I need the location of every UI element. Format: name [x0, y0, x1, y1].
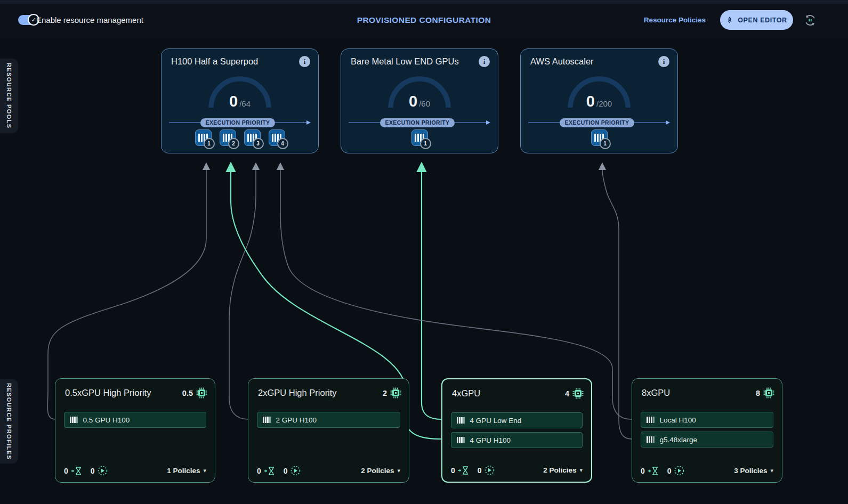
profile-stats: 0 0	[641, 466, 684, 476]
pool-capacity: /200	[596, 99, 612, 108]
execution-priority-row: EXECUTION PRIORITY	[169, 117, 311, 128]
policies-label: 2 Policies	[361, 467, 394, 475]
sidebar-tab-resource-pools[interactable]: RESOURCE POOLS	[0, 59, 18, 133]
policies-label: 3 Policies	[734, 467, 767, 475]
sync-pause-icon[interactable]	[803, 13, 817, 27]
priority-line	[275, 122, 306, 123]
play-dotted-circle-icon	[98, 466, 108, 476]
resource-profile-card[interactable]: 4xGPU 4 4 GPU Low End 4 GPU H100	[441, 378, 592, 483]
pool-title: Bare Metal Low END GPUs	[351, 56, 459, 67]
gpu-slot-icon[interactable]: 2	[220, 129, 236, 146]
top-bar: ✓ Enable resource management PROVISIONED…	[0, 4, 848, 39]
priority-line	[634, 122, 666, 123]
hourglass-arrow-icon	[458, 466, 469, 475]
info-icon[interactable]: i	[658, 56, 669, 67]
profile-resource-list: 0.5 GPU H100	[64, 412, 206, 432]
policies-dropdown[interactable]: 3 Policies ▾	[734, 467, 773, 475]
policies-label: 1 Policies	[167, 467, 200, 475]
running-stat: 0	[91, 466, 108, 476]
gpu-count-value: 0.5	[182, 389, 193, 397]
gpu-count-value: 8	[756, 389, 760, 397]
profile-resource-item[interactable]: 2 GPU H100	[257, 412, 400, 428]
chevron-down-icon: ▾	[579, 467, 583, 474]
profile-stats: 0 0	[64, 466, 108, 476]
pool-capacity: /60	[419, 99, 430, 108]
top-strip	[0, 0, 848, 4]
profile-resource-item[interactable]: 4 GPU Low End	[451, 412, 583, 428]
profile-resource-item[interactable]: 0.5 GPU H100	[64, 412, 206, 428]
pool-usage: 0/60	[341, 93, 498, 110]
hourglass-arrow-icon	[264, 467, 275, 475]
profile-gpu-count: 4	[565, 388, 584, 399]
resource-label: 0.5 GPU H100	[83, 416, 130, 424]
gpu-slot-icon[interactable]: 1	[411, 129, 428, 146]
gpu-count-value: 4	[565, 389, 569, 398]
profile-gpu-count: 0.5	[182, 387, 207, 399]
resource-pool-card[interactable]: AWS Autoscaler i 0/200 EXECUTION PRIORIT…	[520, 48, 678, 153]
gpu-bars-icon	[70, 417, 78, 423]
profile-gpu-count: 2	[383, 387, 401, 399]
execution-priority-row: EXECUTION PRIORITY	[528, 117, 670, 128]
pool-used-count: 0	[586, 93, 595, 110]
resource-policies-link[interactable]: Resource Policies	[644, 16, 706, 24]
resource-profile-card[interactable]: 2xGPU High Priority 2 2 GPU H100 0	[248, 378, 409, 483]
priority-badge: 2	[228, 138, 239, 149]
open-editor-label: OPEN EDITOR	[738, 17, 787, 24]
profile-title: 0.5xGPU High Priority	[65, 388, 151, 398]
pending-count: 0	[64, 467, 68, 475]
profile-footer: 0 0 1 Policies ▾	[64, 466, 206, 476]
running-stat: 0	[284, 466, 301, 476]
pending-stat: 0	[451, 466, 469, 475]
play-dotted-circle-icon	[484, 465, 495, 475]
resource-label: 4 GPU H100	[470, 436, 511, 444]
priority-arrow-icon	[486, 120, 490, 125]
chevron-down-icon: ▾	[770, 467, 773, 474]
pool-capacity: /64	[239, 99, 251, 108]
chevron-down-icon: ▾	[203, 467, 206, 474]
resource-management-toggle[interactable]: ✓	[18, 15, 38, 25]
app-canvas: ✓ Enable resource management PROVISIONED…	[0, 0, 848, 504]
info-icon[interactable]: i	[479, 56, 490, 67]
gpu-count-value: 2	[383, 389, 387, 397]
info-icon[interactable]: i	[299, 56, 310, 67]
gpu-slot-icon[interactable]: 1	[591, 129, 608, 146]
gpu-bars-icon	[457, 437, 465, 443]
pool-usage: 0/200	[521, 93, 677, 110]
resource-label: g5.48xlarge	[660, 436, 698, 444]
policies-dropdown[interactable]: 2 Policies ▾	[543, 466, 583, 474]
pending-count: 0	[257, 467, 261, 475]
profile-resource-item[interactable]: 4 GPU H100	[451, 432, 583, 448]
pool-used-count: 0	[229, 93, 238, 110]
policies-dropdown[interactable]: 2 Policies ▾	[361, 467, 400, 475]
resource-pool-card[interactable]: Bare Metal Low END GPUs i 0/60 EXECUTION…	[341, 48, 498, 153]
gpu-slot-icon[interactable]: 4	[269, 129, 285, 146]
resource-label: 2 GPU H100	[276, 416, 317, 424]
gpu-slot-icon[interactable]: 1	[195, 129, 212, 146]
profile-stats: 0 0	[451, 465, 495, 475]
chip-icon	[390, 387, 401, 399]
running-count: 0	[284, 467, 288, 475]
policies-dropdown[interactable]: 1 Policies ▾	[167, 467, 206, 475]
page-title: PROVISIONED CONFIGURATION	[357, 15, 491, 25]
gpu-slot-icon[interactable]: 3	[244, 129, 261, 146]
profile-resource-item[interactable]: Local H100	[641, 412, 773, 428]
pending-count: 0	[641, 467, 645, 475]
sidebar-tab-resource-profiles[interactable]: RESOURCE PROFILES	[0, 379, 18, 464]
running-count: 0	[91, 467, 95, 475]
profile-resource-item[interactable]: g5.48xlarge	[641, 432, 773, 448]
pending-stat: 0	[64, 467, 82, 475]
profile-gpu-count: 8	[756, 387, 774, 399]
resource-profile-card[interactable]: 0.5xGPU High Priority 0.5 0.5 GPU H100	[55, 378, 215, 483]
resource-profile-card[interactable]: 8xGPU 8 Local H100 g5.48xlarge	[632, 378, 782, 483]
pending-stat: 0	[641, 467, 659, 475]
running-stat: 0	[667, 466, 684, 476]
chip-icon	[572, 388, 584, 399]
chip-icon	[763, 387, 774, 399]
resource-pool-card[interactable]: H100 Half a Superpod i 0/64 EXECUTION PR…	[161, 48, 319, 153]
resource-pools-tab-label: RESOURCE POOLS	[6, 63, 12, 129]
resource-label: 4 GPU Low End	[470, 417, 522, 425]
pool-gpu-row: 1	[341, 129, 498, 146]
profile-title: 8xGPU	[642, 388, 670, 398]
priority-line	[528, 122, 560, 123]
open-editor-button[interactable]: OPEN EDITOR	[720, 10, 793, 30]
